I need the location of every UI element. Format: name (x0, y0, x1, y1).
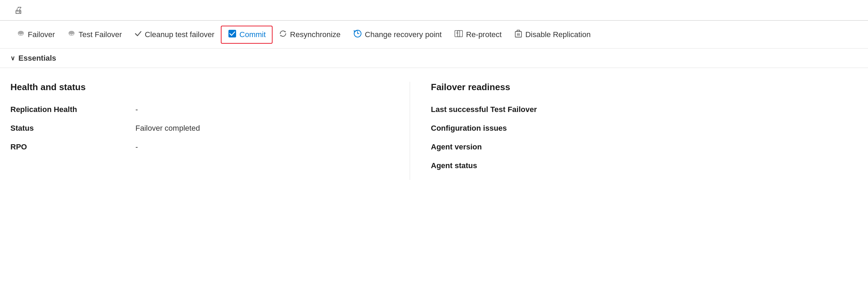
print-icon[interactable]: 🖨 (14, 5, 23, 16)
configuration-issues-item: Configuration issues (431, 124, 858, 133)
change-recovery-point-label: Change recovery point (365, 30, 442, 39)
status-value: Failover completed (135, 124, 200, 133)
commit-label: Commit (240, 30, 266, 39)
test-failover-button[interactable]: Test Failover (61, 27, 128, 43)
replication-health-row: Replication Health - (10, 105, 389, 114)
failover-button[interactable]: Failover (10, 27, 61, 43)
rpo-row: RPO - (10, 142, 389, 152)
health-status-title: Health and status (10, 82, 389, 93)
commit-button[interactable]: Commit (221, 26, 273, 44)
resynchronize-button[interactable]: Resynchronize (273, 27, 347, 43)
last-test-failover-label: Last successful Test Failover (431, 105, 537, 114)
health-status-panel: Health and status Replication Health - S… (10, 82, 410, 180)
agent-version-label: Agent version (431, 142, 482, 151)
resynchronize-icon (279, 29, 287, 40)
replication-health-label: Replication Health (10, 105, 135, 114)
status-label: Status (10, 124, 135, 133)
svg-rect-10 (458, 31, 462, 37)
change-recovery-point-button[interactable]: Change recovery point (347, 26, 448, 43)
re-protect-label: Re-protect (466, 30, 502, 39)
disable-replication-icon (514, 29, 523, 40)
failover-readiness-panel: Failover readiness Last successful Test … (410, 82, 858, 180)
essentials-section: ∨ Essentials (0, 49, 868, 68)
rpo-label: RPO (10, 142, 135, 152)
status-row: Status Failover completed (10, 124, 389, 133)
failover-readiness-title: Failover readiness (431, 82, 858, 93)
resynchronize-label: Resynchronize (290, 30, 341, 39)
agent-status-label: Agent status (431, 161, 477, 170)
configuration-issues-label: Configuration issues (431, 124, 507, 132)
test-failover-icon (67, 29, 76, 40)
essentials-chevron-icon: ∨ (10, 54, 15, 62)
test-failover-label: Test Failover (78, 30, 122, 39)
disable-replication-button[interactable]: Disable Replication (508, 26, 597, 43)
failover-label: Failover (28, 30, 55, 39)
toolbar: Failover Test Failover Cleanup test fail… (0, 21, 868, 49)
main-content: Health and status Replication Health - S… (0, 68, 868, 190)
last-test-failover-item: Last successful Test Failover (431, 105, 858, 114)
rpo-value: - (135, 142, 138, 152)
cleanup-test-failover-label: Cleanup test failover (145, 30, 215, 39)
essentials-label: Essentials (18, 54, 56, 63)
change-recovery-point-icon (353, 29, 362, 40)
disable-replication-label: Disable Replication (525, 30, 591, 39)
re-protect-button[interactable]: Re-protect (448, 26, 508, 43)
commit-icon (228, 29, 237, 40)
agent-version-item: Agent version (431, 142, 858, 152)
re-protect-icon (454, 29, 463, 40)
top-bar: 🖨 (0, 0, 868, 21)
failover-icon (17, 29, 25, 40)
cleanup-test-failover-button[interactable]: Cleanup test failover (128, 27, 221, 42)
replication-health-value: - (135, 105, 138, 114)
agent-status-item: Agent status (431, 161, 858, 170)
essentials-toggle-button[interactable]: ∨ Essentials (10, 54, 56, 63)
cleanup-icon (134, 30, 142, 40)
